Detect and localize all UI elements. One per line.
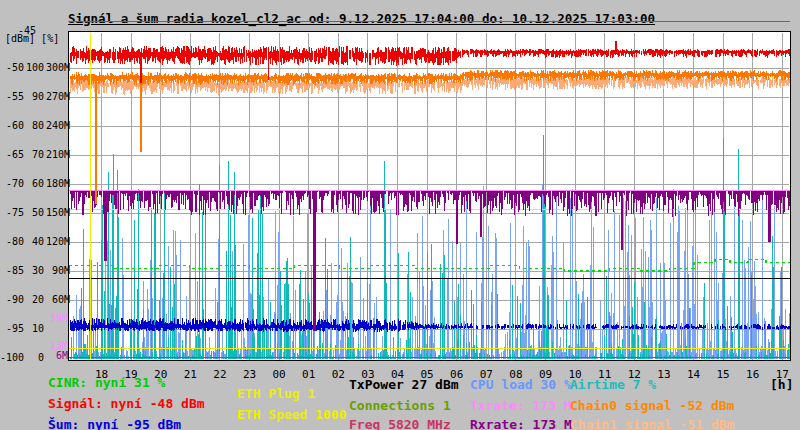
y-axis-label: -85 xyxy=(0,265,24,276)
legend-item: CINR: nyní 31 % xyxy=(48,375,165,390)
y-axis-label: -60 xyxy=(0,120,24,131)
x-axis-label: 00 xyxy=(265,368,293,381)
legend-item: ETH Plug 1 xyxy=(237,386,315,401)
y-axis-row: -7060180M xyxy=(0,178,70,189)
y-axis-unit-label: [dBm] [%] xyxy=(5,33,59,44)
y-axis-label: 240M xyxy=(44,120,70,131)
chart-canvas xyxy=(0,0,800,430)
y-axis-label: 40 xyxy=(24,236,44,247)
y-axis-label: 150M xyxy=(44,207,70,218)
legend-item: Freq 5820 MHz xyxy=(349,417,451,430)
legend-item: TxPower 27 dBm xyxy=(349,377,459,392)
y-axis-label xyxy=(44,323,70,334)
y-axis-row: -902060M xyxy=(0,294,70,305)
y-axis-label: -65 xyxy=(0,149,24,160)
legend-item: Airtime 7 % xyxy=(570,377,656,392)
y-axis-row: -6570210M xyxy=(0,149,70,160)
legend-item: [h] xyxy=(770,377,793,392)
y-axis-label: 10 xyxy=(24,323,44,334)
y-axis-label: 60 xyxy=(24,178,44,189)
y-axis-row: -8040120M xyxy=(0,236,70,247)
y-axis-label: 300M xyxy=(44,62,70,73)
y-axis-label: -80 xyxy=(0,236,24,247)
legend-item: Šum: nyní -95 dBm xyxy=(48,417,181,430)
y-axis-row: -5590270M xyxy=(0,91,70,102)
y-axis-label: -50 xyxy=(0,62,24,73)
y-axis-row: -6080240M xyxy=(0,120,70,131)
legend-item: Txrate: 173 M xyxy=(470,398,572,413)
legend-item: Chain1 signal -51 dBm xyxy=(570,417,734,430)
y-axis-row: -9510 xyxy=(0,323,70,334)
rrd-graph-window: Signál a šum radia kozel_cl2_ac od: 9.12… xyxy=(0,0,800,430)
y-axis-label: 120M xyxy=(44,236,70,247)
x-axis-label: 21 xyxy=(176,368,204,381)
x-axis-label: 16 xyxy=(739,368,767,381)
legend-item: Chain0 signal -52 dBm xyxy=(570,398,734,413)
y-axis-label: -95 xyxy=(0,323,24,334)
chart-title: Signál a šum radia kozel_cl2_ac od: 9.12… xyxy=(68,11,655,26)
x-axis-label: 23 xyxy=(236,368,264,381)
y-axis-row: -50100300M xyxy=(0,62,70,73)
y-axis-label: 30 xyxy=(24,265,44,276)
y-axis-label: -75 xyxy=(0,207,24,218)
y-axis-label: 210M xyxy=(44,149,70,160)
y-axis-label: -100 xyxy=(0,352,24,363)
legend-item: CPU load 30 % xyxy=(470,377,572,392)
y-axis-label: 50 xyxy=(24,207,44,218)
legend-item: Rxrate: 173 M xyxy=(470,417,572,430)
y-axis-extra-label: 6M xyxy=(28,350,68,361)
legend-item: ETH Speed 1000 xyxy=(237,407,347,422)
y-axis-label: 100 xyxy=(24,62,44,73)
y-axis-label: 80 xyxy=(24,120,44,131)
x-axis-label: 15 xyxy=(709,368,737,381)
x-axis-label: 22 xyxy=(206,368,234,381)
freq-line xyxy=(69,21,790,22)
y-axis-label: 90M xyxy=(44,265,70,276)
y-axis-row: -7550150M xyxy=(0,207,70,218)
legend-item: Connections 1 xyxy=(349,398,451,413)
y-axis-label: -70 xyxy=(0,178,24,189)
x-axis-label: 14 xyxy=(680,368,708,381)
y-axis-label: -55 xyxy=(0,91,24,102)
y-axis-label: 180M xyxy=(44,178,70,189)
legend-item: Signál: nyní -48 dBm xyxy=(48,396,205,411)
y-axis-label: 20 xyxy=(24,294,44,305)
y-axis-label: 90 xyxy=(24,91,44,102)
y-axis-label: 60M xyxy=(44,294,70,305)
y-axis-label: 70 xyxy=(24,149,44,160)
y-axis-label: -90 xyxy=(0,294,24,305)
y-axis-row: -853090M xyxy=(0,265,70,276)
x-axis-label: 01 xyxy=(295,368,323,381)
y-axis-extra-label: 39M xyxy=(28,313,68,324)
y-axis-label: 270M xyxy=(44,91,70,102)
